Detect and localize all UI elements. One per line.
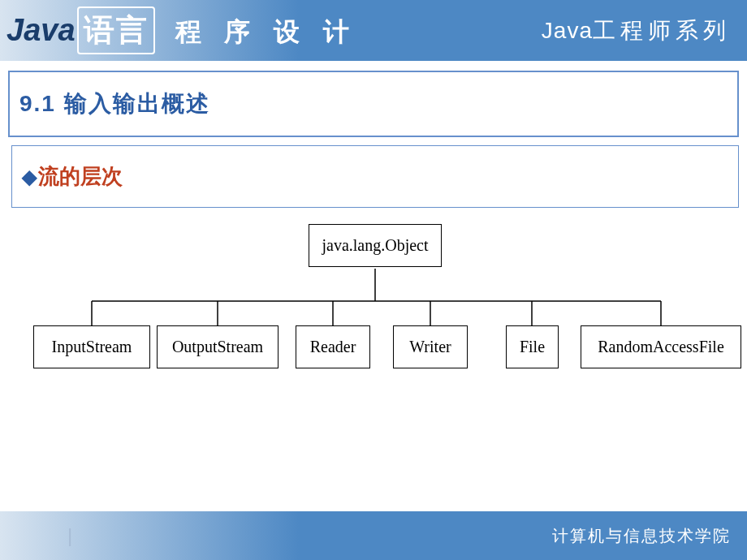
header-right: Java工程师系列 bbox=[542, 15, 731, 46]
diagram-child-reader: Reader bbox=[296, 325, 370, 368]
header-subtitle: 程 序 设 计 bbox=[175, 15, 358, 50]
diagram-child-inputstream: InputStream bbox=[33, 325, 150, 368]
footer-divider: | bbox=[67, 524, 74, 547]
hierarchy-diagram: java.lang.Object InputStream OutputStrea… bbox=[8, 224, 739, 386]
diagram-child-outputstream: OutputStream bbox=[157, 325, 279, 368]
header-java: Java bbox=[6, 13, 76, 48]
header-right-text: 工程师系列 bbox=[593, 18, 731, 43]
subsection-text: 流的层次 bbox=[38, 162, 123, 191]
diagram-child-file: File bbox=[506, 325, 559, 368]
footer-text: 计算机与信息技术学院 bbox=[552, 525, 731, 547]
diamond-bullet-icon: ◆ bbox=[22, 166, 37, 188]
subsection: ◆ 流的层次 bbox=[22, 162, 728, 191]
section-title: 9.1 输入输出概述 bbox=[19, 88, 728, 119]
header-yuyan: 语言 bbox=[77, 6, 155, 54]
slide-content: 9.1 输入输出概述 ◆ 流的层次 java.lang.Object Input… bbox=[0, 61, 747, 396]
slide-footer: | 计算机与信息技术学院 bbox=[0, 511, 747, 560]
header-left: Java 语言 程 序 设 计 bbox=[6, 6, 357, 54]
slide-header: Java 语言 程 序 设 计 Java工程师系列 bbox=[0, 0, 747, 61]
subsection-box: ◆ 流的层次 bbox=[11, 145, 739, 208]
diagram-child-randomaccessfile: RandomAccessFile bbox=[581, 325, 741, 368]
header-right-java: Java bbox=[542, 18, 593, 43]
diagram-child-writer: Writer bbox=[393, 325, 468, 368]
diagram-root: java.lang.Object bbox=[309, 224, 442, 267]
section-title-box: 9.1 输入输出概述 bbox=[8, 71, 739, 137]
